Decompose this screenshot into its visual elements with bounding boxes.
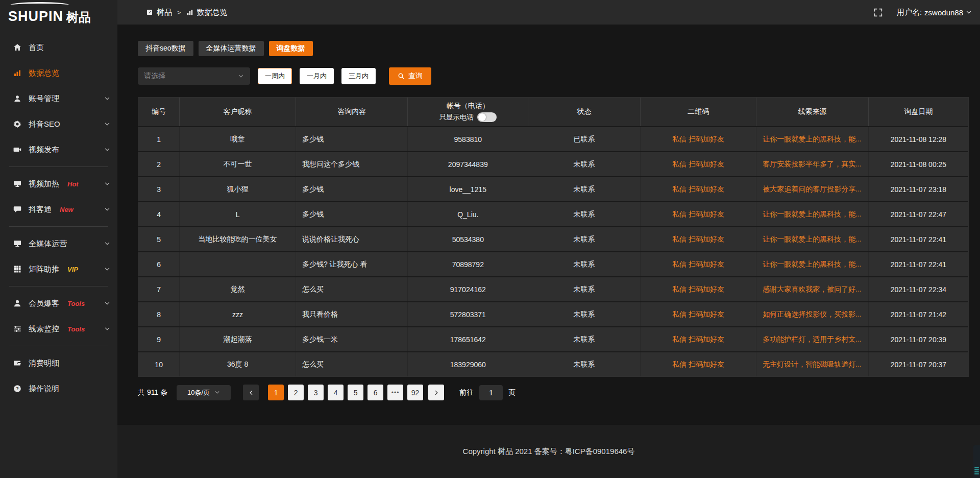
source-link[interactable]: 让你一眼就爱上的黑科技，能... <box>756 127 869 151</box>
page-button-2[interactable]: 2 <box>288 385 304 400</box>
query-button[interactable]: 查询 <box>389 67 431 85</box>
col-header-source: 线索来源 <box>756 98 869 126</box>
status-badge: 未联系 <box>528 277 641 301</box>
badge-tools: Tools <box>67 325 85 333</box>
next-page-button[interactable] <box>428 385 444 400</box>
cell-content: 我想问这个多少钱 <box>296 152 408 176</box>
breadcrumb: 树品 > 数据总览 <box>146 8 228 17</box>
sidebar-item-data-overview[interactable]: 数据总览 <box>0 60 117 86</box>
cell-number: 5 <box>138 227 180 251</box>
filter-select[interactable]: 请选择 <box>138 67 250 85</box>
qrcode-link[interactable]: 私信 扫码加好友 <box>641 277 757 301</box>
page-button-1[interactable]: 1 <box>268 385 284 400</box>
page-button-3[interactable]: 3 <box>308 385 324 400</box>
sidebar-item-home[interactable]: 首页 <box>0 35 117 60</box>
sidebar-item-label: 抖客通 <box>29 205 52 214</box>
breadcrumb-root[interactable]: 树品 <box>157 8 172 17</box>
chevron-down-icon <box>104 95 110 102</box>
qrcode-link[interactable]: 私信 扫码加好友 <box>641 327 757 351</box>
sidebar-item-help[interactable]: 操作说明 <box>0 376 117 401</box>
sidebar-item-consume-detail[interactable]: 消费明细 <box>0 350 117 376</box>
sidebar-item-video-heat[interactable]: 视频加热Hot <box>0 171 117 197</box>
source-link[interactable]: 如何正确选择投影仪，买投影... <box>756 302 869 326</box>
source-link[interactable]: 感谢大家喜欢我家，被问了好... <box>756 277 869 301</box>
status-badge: 未联系 <box>528 152 641 176</box>
qrcode-link[interactable]: 私信 扫码加好友 <box>641 127 757 151</box>
source-link[interactable]: 客厅安装投影半年多了，真实... <box>756 152 869 176</box>
app-root: SHUPIN 树品 首页数据总览账号管理抖音SEO视频发布视频加热Hot抖客通N… <box>0 0 980 478</box>
cell-number: 7 <box>138 277 180 301</box>
page-button-6[interactable]: 6 <box>368 385 383 400</box>
page-size-select[interactable]: 10条/页 <box>177 385 231 400</box>
source-link[interactable]: 多功能护栏灯，适用于乡村文... <box>756 327 869 351</box>
video-icon <box>13 146 21 154</box>
sidebar-item-douketong[interactable]: 抖客通New <box>0 197 117 222</box>
source-link[interactable]: 让你一眼就爱上的黑科技，能... <box>756 202 869 226</box>
cell-number: 10 <box>138 352 180 376</box>
chevron-down-icon <box>214 390 220 395</box>
sidebar-item-douyin-seo[interactable]: 抖音SEO <box>0 111 117 137</box>
page-button-4[interactable]: 4 <box>328 385 344 400</box>
page-button-5[interactable]: 5 <box>348 385 363 400</box>
corner-widget-bar <box>974 471 979 472</box>
fullscreen-icon[interactable] <box>874 8 883 17</box>
sidebar-item-member-baoke[interactable]: 会员爆客Tools <box>0 291 117 316</box>
search-icon <box>398 73 405 80</box>
col-header-account: 帐号（电话） 只显示电话 <box>408 98 528 126</box>
breadcrumb-current: 数据总览 <box>197 8 228 17</box>
chevron-down-icon <box>238 73 244 79</box>
status-badge: 未联系 <box>528 252 641 276</box>
qrcode-link[interactable]: 私信 扫码加好友 <box>641 202 757 226</box>
cell-number: 8 <box>138 302 180 326</box>
filter-bar: 请选择 一周内一月内三月内 查询 <box>138 67 969 85</box>
source-link[interactable]: 让你一眼就爱上的黑科技，能... <box>756 227 869 251</box>
sidebar-item-media-operation[interactable]: 全媒体运营 <box>0 231 117 256</box>
sidebar-item-video-publish[interactable]: 视频发布 <box>0 137 117 162</box>
username-label: 用户名: <box>897 8 922 17</box>
phone-only-toggle[interactable] <box>477 112 497 122</box>
page-button-92[interactable]: 92 <box>407 385 423 400</box>
cell-content: 多少钱一米 <box>296 327 408 351</box>
filter-select-placeholder: 请选择 <box>144 71 165 81</box>
chart-icon <box>186 9 193 16</box>
period-button-2[interactable]: 三月内 <box>341 68 376 84</box>
sidebar-item-label: 首页 <box>29 43 44 53</box>
cell-nickname: 狐小狸 <box>180 177 296 201</box>
logo-text-en: SHUPIN <box>8 10 63 23</box>
qrcode-link[interactable]: 私信 扫码加好友 <box>641 152 757 176</box>
tab-inquiry-data[interactable]: 询盘数据 <box>269 41 313 56</box>
cell-content: 说说价格让我死心 <box>296 227 408 251</box>
tab-media-operation-data[interactable]: 全媒体运营数据 <box>199 41 264 56</box>
goto-label: 前往 <box>459 388 474 397</box>
sidebar-item-account-management[interactable]: 账号管理 <box>0 86 117 111</box>
badge-tools: Tools <box>67 300 85 307</box>
cell-date: 2021-11-07 21:42 <box>869 302 968 326</box>
status-badge: 未联系 <box>528 202 641 226</box>
chevron-down-icon <box>104 181 110 187</box>
tab-douyin-seo-data[interactable]: 抖音seo数据 <box>138 41 193 56</box>
user-menu[interactable]: 用户名: zswodun88 <box>897 8 972 17</box>
qrcode-link[interactable]: 私信 扫码加好友 <box>641 227 757 251</box>
source-link[interactable]: 被大家追着问的客厅投影分享... <box>756 177 869 201</box>
table-row: 8zzz我只看价格572803371未联系私信 扫码加好友如何正确选择投影仪，买… <box>138 301 968 326</box>
page-button-ellipsis[interactable]: ••• <box>387 385 403 400</box>
period-button-0[interactable]: 一周内 <box>258 68 292 84</box>
sidebar-item-label: 消费明细 <box>29 358 59 368</box>
prev-page-button[interactable] <box>243 385 259 400</box>
period-button-1[interactable]: 一月内 <box>300 68 334 84</box>
sidebar-item-label: 线索监控 <box>29 324 59 334</box>
sidebar-item-matrix-boost[interactable]: 矩阵助推VIP <box>0 256 117 282</box>
sidebar-item-clue-monitor[interactable]: 线索监控Tools <box>0 316 117 342</box>
goto-page: 前往 页 <box>459 385 516 400</box>
qrcode-link[interactable]: 私信 扫码加好友 <box>641 302 757 326</box>
corner-widget[interactable] <box>973 445 980 478</box>
qrcode-link[interactable]: 私信 扫码加好友 <box>641 352 757 376</box>
goto-page-input[interactable] <box>479 385 503 400</box>
cell-account: 50534380 <box>408 227 528 251</box>
source-link[interactable]: 无主灯设计，智能磁吸轨道灯... <box>756 352 869 376</box>
qrcode-link[interactable]: 私信 扫码加好友 <box>641 177 757 201</box>
cell-content: 多少钱 <box>296 127 408 151</box>
source-link[interactable]: 让你一眼就爱上的黑科技，能... <box>756 252 869 276</box>
qrcode-link[interactable]: 私信 扫码加好友 <box>641 252 757 276</box>
chevron-down-icon <box>104 326 110 332</box>
